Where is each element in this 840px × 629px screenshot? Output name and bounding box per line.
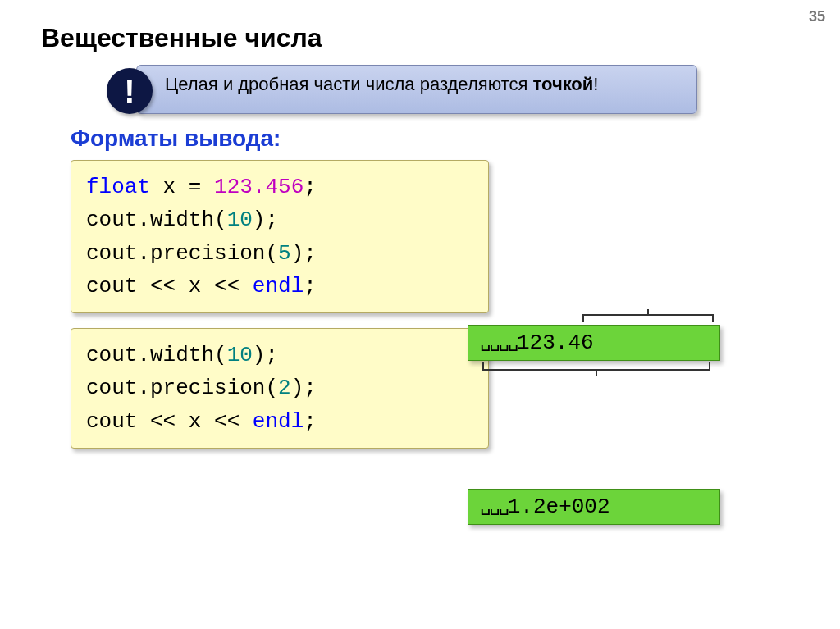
code-text: cout << x << (86, 409, 253, 434)
code-text: cout.width( (86, 207, 227, 232)
code-line: cout.width(10); (86, 203, 473, 236)
code-text: ); (253, 207, 278, 232)
code-line: cout.precision(5); (86, 237, 473, 270)
output-box-2: ␣␣␣1.2e+002 (468, 489, 720, 525)
code-text: cout << x << (86, 274, 253, 299)
code-text: ; (304, 409, 317, 434)
code-text: cout.precision( (86, 376, 278, 400)
note-text: Целая и дробная части числа разделяются (165, 74, 533, 94)
bracket-icon (582, 314, 714, 322)
code-line: cout << x << endl; (86, 405, 473, 438)
note-exclaim: ! (593, 74, 598, 94)
code-text: cout.precision( (86, 241, 278, 266)
space-icon: ␣␣␣␣ (480, 332, 517, 353)
code-text: x = (150, 175, 214, 199)
note-row: ! Целая и дробная части числа разделяютс… (107, 65, 697, 114)
code-text: ); (253, 343, 278, 367)
bracket-icon (482, 362, 710, 371)
code-literal: 123.456 (214, 175, 304, 199)
subheading: Форматы вывода: (71, 125, 799, 152)
code-keyword: endl (253, 409, 304, 434)
code-keyword: endl (253, 274, 304, 299)
code-keyword: float (86, 175, 150, 199)
code-text: ); (291, 376, 317, 400)
code-text: ; (304, 274, 317, 299)
space-icon: ␣␣␣ (480, 496, 508, 517)
code-arg: 10 (227, 207, 253, 232)
code-arg: 10 (227, 343, 253, 367)
page-number: 35 (809, 8, 825, 25)
output-box-1: ␣␣␣␣123.46 (468, 325, 720, 361)
code-line: float x = 123.456; (86, 171, 473, 203)
output-value: 1.2e+002 (508, 495, 610, 519)
output-value: 123.46 (517, 330, 594, 355)
page-title: Вещественные числа (41, 23, 799, 53)
exclaim-icon: ! (107, 68, 153, 114)
note-strong: точкой (533, 74, 594, 94)
code-block-2: cout.width(10); cout.precision(2); cout … (71, 328, 489, 449)
code-arg: 5 (278, 241, 291, 266)
code-line: cout << x << endl; (86, 270, 473, 303)
code-text: ; (304, 175, 317, 199)
code-block-1: float x = 123.456; cout.width(10); cout.… (71, 160, 489, 313)
code-text: ); (291, 241, 317, 266)
note-box: Целая и дробная части числа разделяются … (136, 65, 697, 114)
code-text: cout.width( (86, 343, 227, 367)
code-line: cout.precision(2); (86, 371, 473, 404)
code-arg: 2 (278, 376, 291, 400)
code-line: cout.width(10); (86, 339, 473, 371)
